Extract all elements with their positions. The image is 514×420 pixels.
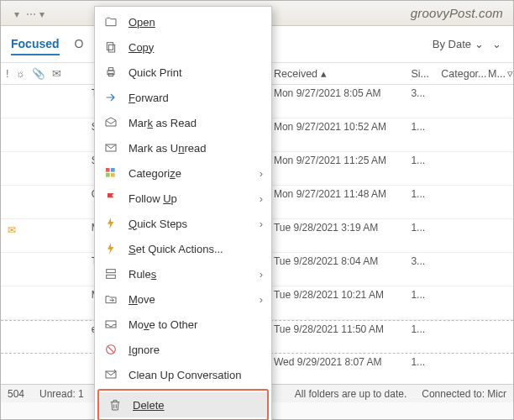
svg-rect-7 xyxy=(111,168,115,172)
svg-rect-9 xyxy=(111,173,115,177)
reminder-column-icon[interactable]: ☼ xyxy=(15,68,24,80)
trash-icon xyxy=(108,397,123,412)
mail-received: Wed 9/29/2021 8:07 AM xyxy=(274,354,411,384)
chevron-right-icon: › xyxy=(260,192,263,205)
menu-delete[interactable]: Delete xyxy=(99,392,267,417)
menu-cleanup[interactable]: Clean Up Conversation xyxy=(95,362,271,387)
svg-rect-0 xyxy=(108,45,114,52)
move-icon xyxy=(103,291,118,307)
mail-received: Mon 9/27/2021 11:48 AM xyxy=(274,186,411,218)
status-sync: All folders are up to date. xyxy=(295,388,406,400)
menu-set-quick-actions[interactable]: Set Quick Actions... xyxy=(95,236,271,261)
svg-rect-3 xyxy=(108,68,113,71)
context-menu: Open Copy Quick Print Forward Mark as Re… xyxy=(94,6,272,420)
forward-icon xyxy=(103,90,118,105)
status-item-count: 504 xyxy=(8,388,24,400)
menu-quick-print[interactable]: Quick Print xyxy=(95,60,271,85)
chevron-right-icon: › xyxy=(260,218,263,230)
importance-column-icon[interactable]: ! xyxy=(6,68,8,80)
sort-by-date[interactable]: By Date ⌄ ⌄ xyxy=(433,38,501,50)
svg-rect-10 xyxy=(107,270,116,273)
menu-ignore[interactable]: Ignore xyxy=(95,337,271,362)
mail-size: 1... xyxy=(411,186,441,218)
svg-rect-11 xyxy=(107,275,116,278)
mail-received: Tue 9/28/2021 8:04 AM xyxy=(274,253,411,286)
status-unread: Unread: 1 xyxy=(39,388,84,400)
menu-mark-read[interactable]: Mark as Read xyxy=(95,110,271,135)
mail-size: 1... xyxy=(411,286,441,319)
overflow-icon: ⋯ ▾ xyxy=(26,8,44,20)
chevron-down-icon: ⌄ xyxy=(475,38,484,50)
mail-received: Tue 9/28/2021 11:50 AM xyxy=(274,321,411,353)
mail-received: Tue 9/28/2021 10:21 AM xyxy=(274,286,411,319)
sort-asc-icon: ▴ xyxy=(321,67,327,80)
column-category[interactable]: Categor... xyxy=(441,63,488,84)
menu-categorize[interactable]: Categorize › xyxy=(95,160,271,186)
mail-size: 1... xyxy=(411,354,441,384)
menu-rules[interactable]: Rules › xyxy=(95,261,271,286)
flag-icon xyxy=(103,191,118,206)
mail-read-icon xyxy=(103,115,118,130)
menu-move[interactable]: Move › xyxy=(95,286,271,312)
copy-icon xyxy=(103,39,118,55)
mail-received: Mon 9/27/2021 10:52 AM xyxy=(274,118,411,151)
print-icon xyxy=(103,65,118,80)
menu-copy[interactable]: Copy xyxy=(95,34,271,60)
menu-move-to-other[interactable]: Move to Other xyxy=(95,312,271,337)
column-size[interactable]: Si... xyxy=(411,63,441,84)
watermark-brand: groovyPost.com xyxy=(411,6,503,20)
status-connected: Connected to: Micr xyxy=(422,388,506,400)
attachment-column-icon[interactable]: 📎 xyxy=(32,67,45,80)
mail-size: 3... xyxy=(411,253,441,286)
svg-rect-6 xyxy=(106,168,110,172)
lightning-small-icon xyxy=(103,241,118,256)
lightning-icon xyxy=(103,216,118,231)
tab-focused[interactable]: Focused xyxy=(11,34,60,55)
chevron-right-icon: › xyxy=(260,167,263,180)
mail-size: 3... xyxy=(411,85,441,118)
svg-rect-1 xyxy=(107,43,113,50)
chevron-right-icon: › xyxy=(260,293,263,306)
menu-quick-steps[interactable]: Quick Steps › xyxy=(95,211,271,236)
column-flag[interactable]: M...▿ xyxy=(488,63,513,84)
menu-mark-unread[interactable]: Mark as Unread xyxy=(95,135,271,160)
mail-received: Tue 9/28/2021 3:19 AM xyxy=(274,219,411,252)
svg-rect-8 xyxy=(106,173,110,177)
mail-size: 1... xyxy=(411,219,441,252)
mail-received: Mon 9/27/2021 11:25 AM xyxy=(274,152,411,185)
folder-open-icon xyxy=(103,14,118,29)
tab-other[interactable]: O xyxy=(75,34,84,55)
mail-received: Mon 9/27/2021 8:05 AM xyxy=(274,85,411,118)
chevron-right-icon: › xyxy=(260,268,263,281)
mail-size: 1... xyxy=(411,118,441,151)
chevron-down-icon: ▾ xyxy=(14,8,19,20)
unread-icon: ✉ xyxy=(8,224,16,236)
rules-icon xyxy=(103,266,118,281)
readstate-column-icon[interactable]: ✉ xyxy=(52,67,61,80)
mail-unread-icon xyxy=(103,140,118,155)
flag-icon: ▿ xyxy=(507,67,513,80)
menu-follow-up[interactable]: Follow Up › xyxy=(95,186,271,211)
categorize-icon xyxy=(103,165,118,181)
column-received[interactable]: Received▴ xyxy=(274,63,411,84)
mail-size: 1... xyxy=(411,152,441,185)
chevron-down-icon: ⌄ xyxy=(492,38,501,50)
ignore-icon xyxy=(103,342,118,357)
ribbon-collapse[interactable]: ▾ ⋯ ▾ xyxy=(11,6,45,20)
cleanup-icon xyxy=(103,367,118,382)
menu-open[interactable]: Open xyxy=(95,9,271,34)
outlook-window: ▾ ⋯ ▾ groovyPost.com Focused O By Date ⌄… xyxy=(0,0,514,420)
menu-forward[interactable]: Forward xyxy=(95,85,271,110)
inbox-icon xyxy=(103,317,118,332)
delete-highlight: Delete xyxy=(97,389,269,420)
mail-size: 1... xyxy=(411,321,441,353)
